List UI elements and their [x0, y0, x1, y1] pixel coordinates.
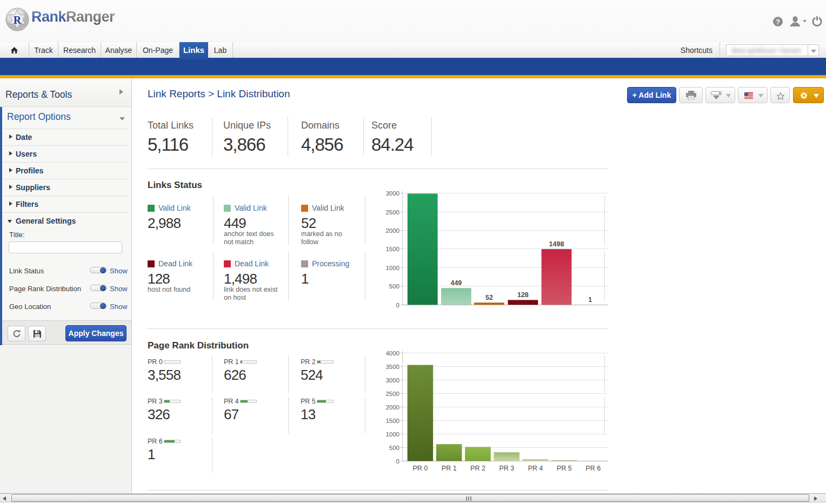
svg-text:1000: 1000 [385, 431, 399, 438]
svg-text:1000: 1000 [385, 265, 399, 271]
svg-text:2000: 2000 [385, 227, 399, 234]
svg-text:PR 4: PR 4 [528, 465, 543, 472]
svg-text:1498: 1498 [549, 240, 564, 248]
svg-text:3500: 3500 [385, 364, 399, 370]
svg-text:2500: 2500 [385, 209, 399, 216]
svg-text:0: 0 [396, 458, 399, 465]
svg-text:1500: 1500 [385, 246, 399, 252]
svg-text:2500: 2500 [385, 391, 399, 397]
svg-text:2000: 2000 [385, 404, 399, 411]
svg-text:PR 2: PR 2 [470, 465, 485, 472]
svg-text:500: 500 [389, 283, 399, 290]
svg-text:?: ? [776, 18, 780, 26]
svg-text:PR 3: PR 3 [499, 465, 514, 472]
svg-text:PR 1: PR 1 [442, 465, 457, 472]
svg-text:0: 0 [396, 302, 399, 308]
svg-text:128: 128 [517, 291, 529, 299]
svg-text:52: 52 [485, 294, 493, 301]
svg-text:3000: 3000 [385, 190, 399, 197]
svg-text:4000: 4000 [385, 350, 399, 357]
svg-text:449: 449 [450, 279, 462, 287]
svg-text:1500: 1500 [385, 418, 399, 424]
svg-text:1: 1 [588, 296, 592, 304]
svg-text:R: R [14, 14, 22, 26]
svg-text:500: 500 [389, 445, 399, 451]
svg-text:PR 6: PR 6 [585, 465, 601, 472]
svg-text:PR 0: PR 0 [413, 465, 428, 472]
svg-text:3000: 3000 [385, 377, 399, 384]
svg-text:PR 5: PR 5 [557, 465, 572, 472]
